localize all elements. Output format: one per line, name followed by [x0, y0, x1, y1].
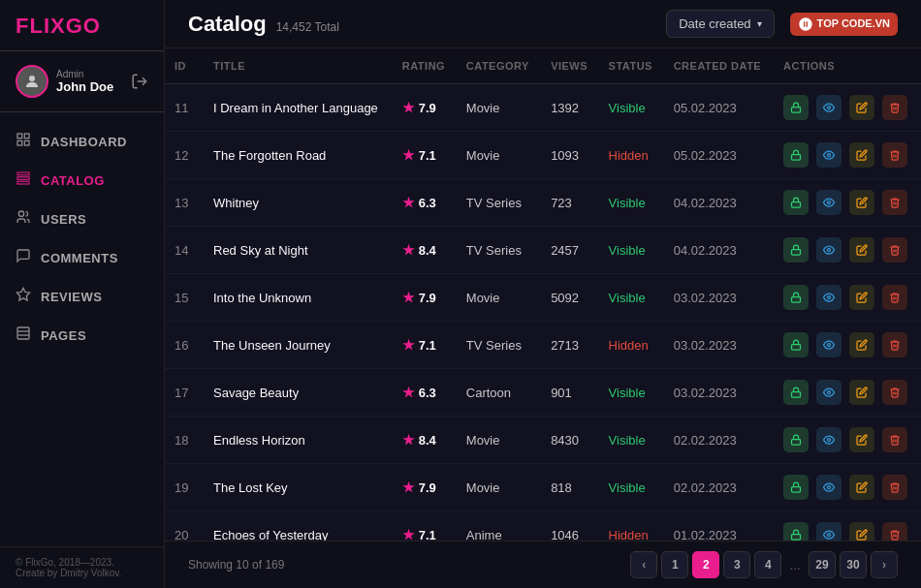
- page-btn-30[interactable]: 30: [840, 551, 867, 578]
- lock-button[interactable]: [783, 142, 809, 168]
- page-btn-2[interactable]: 2: [692, 551, 719, 578]
- cell-status: Visible: [599, 369, 664, 417]
- edit-button[interactable]: [849, 475, 874, 500]
- view-button[interactable]: [816, 190, 842, 215]
- view-button[interactable]: [816, 380, 842, 405]
- delete-button[interactable]: [882, 475, 907, 500]
- table-row: 11 I Dream in Another Language ★ 7.9 Mov…: [165, 84, 921, 132]
- sidebar-item-label: CATALOG: [41, 173, 105, 188]
- cell-date: 03.02.2023: [664, 369, 774, 417]
- cell-category: TV Series: [457, 322, 541, 369]
- cell-category: Anime: [457, 511, 541, 542]
- view-button[interactable]: [816, 332, 842, 357]
- col-views: VIEWS: [541, 48, 598, 84]
- edit-button[interactable]: [849, 95, 874, 120]
- view-button[interactable]: [816, 475, 842, 500]
- edit-button[interactable]: [849, 190, 874, 215]
- view-button[interactable]: [816, 237, 842, 263]
- edit-button[interactable]: [849, 142, 874, 168]
- edit-button[interactable]: [849, 380, 874, 405]
- cell-title: Echoes of Yesterday: [204, 511, 393, 542]
- sidebar-footer: © FlixGo, 2018—2023. Create by Dmitry Vo…: [0, 546, 164, 588]
- sidebar-item-dashboard[interactable]: DASHBOARD: [0, 122, 164, 161]
- delete-button[interactable]: [882, 237, 907, 263]
- delete-button[interactable]: [882, 95, 907, 120]
- sidebar-item-comments[interactable]: COMMENTS: [0, 238, 164, 277]
- date-filter-button[interactable]: Date created ▾: [666, 10, 774, 38]
- view-button[interactable]: [816, 285, 842, 310]
- view-button[interactable]: [816, 427, 842, 452]
- lock-button[interactable]: [783, 95, 809, 120]
- logo-prefix: FLIX: [16, 14, 66, 38]
- view-button[interactable]: [816, 522, 842, 541]
- table-row: 20 Echoes of Yesterday ★ 7.1 Anime 1046 …: [165, 511, 921, 542]
- cell-title: The Unseen Journey: [204, 322, 393, 369]
- sidebar-item-reviews[interactable]: REVIEWS: [0, 277, 164, 316]
- lock-button[interactable]: [783, 237, 809, 263]
- cell-status: Hidden: [599, 322, 664, 369]
- svg-point-19: [828, 201, 831, 204]
- catalog-table: ID TITLE RATING CATEGORY VIEWS STATUS CR…: [165, 48, 921, 541]
- delete-button[interactable]: [882, 142, 907, 168]
- lock-button[interactable]: [783, 427, 809, 452]
- svg-rect-30: [792, 487, 801, 493]
- lock-button[interactable]: [783, 522, 809, 541]
- edit-button[interactable]: [849, 237, 874, 263]
- edit-button[interactable]: [849, 332, 874, 357]
- delete-button[interactable]: [882, 332, 907, 357]
- page-btn-29[interactable]: 29: [809, 551, 836, 578]
- cell-date: 03.02.2023: [664, 322, 774, 369]
- cell-actions: [774, 322, 921, 369]
- sidebar-item-pages[interactable]: PAGES: [0, 316, 164, 355]
- edit-button[interactable]: [849, 522, 874, 541]
- cell-title: Into the Unknown: [204, 274, 393, 322]
- rating-value: 7.1: [419, 528, 436, 542]
- svg-point-17: [828, 154, 831, 157]
- lock-button[interactable]: [783, 332, 809, 357]
- cell-id: 13: [165, 179, 204, 227]
- footer-line1: © FlixGo, 2018—2023.: [16, 557, 148, 568]
- main-content: Catalog 14,452 Total Date created ▾ TOP …: [165, 0, 921, 588]
- edit-button[interactable]: [849, 427, 874, 452]
- cell-title: The Forgotten Road: [204, 132, 393, 179]
- lock-button[interactable]: [783, 380, 809, 405]
- cell-status: Visible: [599, 417, 664, 464]
- users-icon: [16, 209, 31, 229]
- view-button[interactable]: [816, 95, 842, 120]
- page-btn-1[interactable]: 1: [661, 551, 688, 578]
- sidebar-item-users[interactable]: USERS: [0, 200, 164, 238]
- pagination: ‹ 1 2 3 4 ... 29 30 ›: [630, 551, 898, 578]
- cell-views: 5092: [541, 274, 598, 322]
- next-page-button[interactable]: ›: [871, 551, 898, 578]
- delete-button[interactable]: [882, 380, 907, 405]
- lock-button[interactable]: [783, 475, 809, 500]
- svg-rect-5: [24, 140, 29, 145]
- cell-id: 16: [165, 322, 204, 369]
- cell-date: 05.02.2023: [664, 132, 774, 179]
- page-btn-3[interactable]: 3: [723, 551, 750, 578]
- cell-rating: ★ 7.1: [393, 322, 457, 369]
- logout-button[interactable]: [131, 73, 148, 90]
- prev-page-button[interactable]: ‹: [630, 551, 657, 578]
- sidebar-item-catalog[interactable]: CATALOG: [0, 161, 164, 200]
- cell-views: 8430: [541, 417, 598, 464]
- showing-label: Showing 10 of 169: [188, 558, 284, 572]
- view-button[interactable]: [816, 142, 842, 168]
- cell-actions: [774, 464, 921, 511]
- delete-button[interactable]: [882, 285, 907, 310]
- site-logo: TOP CODE.VN: [790, 13, 898, 36]
- lock-button[interactable]: [783, 190, 809, 215]
- delete-button[interactable]: [882, 427, 907, 452]
- delete-button[interactable]: [882, 522, 907, 541]
- delete-button[interactable]: [882, 190, 907, 215]
- svg-rect-11: [17, 327, 29, 339]
- page-btn-4[interactable]: 4: [754, 551, 781, 578]
- cell-rating: ★ 7.1: [393, 132, 457, 179]
- edit-button[interactable]: [849, 285, 874, 310]
- star-icon: ★: [402, 195, 415, 210]
- lock-button[interactable]: [783, 285, 809, 310]
- svg-rect-28: [792, 440, 801, 446]
- star-icon: ★: [402, 527, 415, 541]
- cell-date: 02.02.2023: [664, 417, 774, 464]
- total-count: 14,452 Total: [276, 20, 339, 34]
